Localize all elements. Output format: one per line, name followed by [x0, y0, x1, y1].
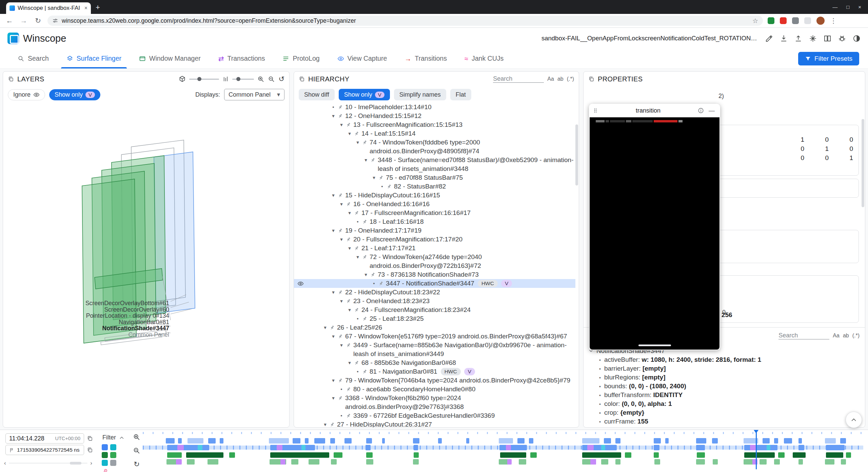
upload-trace-icon[interactable]	[794, 35, 802, 42]
pin-icon[interactable]	[353, 209, 361, 217]
browser-tab[interactable]: Winscope | sandbox-FAI ×	[6, 2, 91, 14]
pin-icon[interactable]	[377, 174, 385, 182]
hierarchy-row[interactable]: ▾15 - HideDisplayCutout:16:16#15	[294, 191, 575, 200]
trace-segment[interactable]	[798, 459, 803, 465]
profile-avatar[interactable]	[816, 17, 825, 25]
expand-chevron-icon[interactable]: ▾	[329, 191, 337, 200]
trace-segment[interactable]	[798, 438, 802, 444]
timeline-hscroll[interactable]: ‹ ›	[4, 458, 92, 468]
expand-chevron-icon[interactable]: ▾	[370, 173, 378, 182]
trace-segment[interactable]	[166, 438, 175, 444]
hierarchy-scrollbar[interactable]	[575, 104, 578, 425]
overlay-drag-handle-icon[interactable]	[592, 107, 598, 114]
tab-search[interactable]: Search	[9, 49, 58, 68]
timestamp-ns-box[interactable]: 1715339054227572545 ns	[5, 445, 84, 455]
properties-scrollbar[interactable]	[862, 105, 864, 302]
pin-icon[interactable]	[344, 236, 353, 244]
extension-icon[interactable]	[792, 17, 799, 24]
trace-segment[interactable]	[499, 445, 527, 450]
pin-icon[interactable]	[361, 368, 369, 376]
trace-segment[interactable]	[208, 438, 215, 444]
filter-presets-button[interactable]: Filter Presets	[798, 52, 859, 65]
trace-segment[interactable]	[188, 438, 203, 444]
3d-view-icon[interactable]	[179, 76, 186, 83]
trace-segment[interactable]	[826, 445, 845, 450]
layer-label[interactable]: ScreenDecorOverlay#60	[37, 307, 169, 313]
pin-icon[interactable]	[361, 139, 369, 147]
minimize-overlay-icon[interactable]: —	[709, 107, 715, 114]
copy-timestamp-icon[interactable]	[87, 435, 93, 441]
trace-toggle-icon[interactable]	[110, 452, 116, 458]
pin-icon[interactable]	[369, 271, 377, 279]
expand-chevron-icon[interactable]: ▾	[337, 235, 346, 244]
pin-icon[interactable]	[361, 253, 369, 261]
scroll-left-icon[interactable]: ‹	[4, 460, 6, 467]
trace-segment[interactable]	[840, 438, 846, 444]
trace-segment[interactable]	[744, 452, 774, 458]
zoom-in-icon[interactable]	[257, 76, 264, 83]
hierarchy-row[interactable]: •3447 - NotificationShade#3447HWCV	[294, 279, 575, 288]
pin-icon[interactable]	[336, 103, 344, 112]
paperclip-icon[interactable]	[101, 468, 110, 472]
filter-chip-show-diff[interactable]: Show diff	[299, 89, 335, 100]
pin-icon[interactable]	[336, 377, 344, 385]
trace-segment[interactable]	[582, 452, 621, 458]
cross-tool-sync-icon[interactable]	[809, 35, 817, 42]
trace-segment[interactable]	[414, 452, 419, 458]
trace-segment[interactable]	[301, 445, 306, 450]
trace-segment[interactable]	[846, 452, 851, 458]
expand-chevron-icon[interactable]: ▾	[329, 288, 337, 297]
timestamp-human-box[interactable]: 11:04:14.228 UTC+00:00	[5, 433, 84, 444]
copy-ns-icon[interactable]	[87, 447, 93, 453]
trace-segment[interactable]	[331, 459, 337, 465]
expand-chevron-icon[interactable]: ▾	[346, 209, 354, 217]
expand-chevron-icon[interactable]: ▾	[362, 156, 370, 164]
trace-segment[interactable]	[519, 459, 526, 465]
pin-icon[interactable]	[344, 341, 353, 350]
download-traces-icon[interactable]	[780, 35, 788, 42]
bookmark-star-icon[interactable]: ☆	[752, 17, 758, 25]
trace-segment[interactable]	[615, 438, 620, 444]
trace-segment[interactable]	[654, 445, 659, 450]
trace-segment[interactable]	[186, 452, 224, 458]
show-only-visible-button[interactable]: Show only V	[49, 89, 100, 100]
hierarchy-row[interactable]: ▾3448 - Surface(name=ed70f88 StatusBar)/…	[294, 156, 575, 173]
trace-segment[interactable]	[314, 438, 325, 444]
match-case-icon[interactable]: Aa	[833, 333, 840, 339]
trace-segment[interactable]	[615, 459, 620, 465]
trace-segment[interactable]	[697, 452, 705, 458]
hierarchy-row[interactable]: ▾16 - OneHanded:16:16#16	[294, 200, 575, 209]
timeline-zoom-out-icon[interactable]	[133, 447, 140, 454]
trace-segment[interactable]	[198, 445, 203, 450]
hierarchy-row[interactable]: ▾27 - HideDisplayCutout:26:31#27	[294, 420, 575, 427]
layer-label[interactable]: NavigationBar0#81	[37, 319, 169, 326]
trace-segment[interactable]	[712, 438, 718, 444]
trace-segment[interactable]	[604, 438, 611, 444]
dark-mode-toggle-icon[interactable]	[853, 35, 861, 42]
expand-chevron-icon[interactable]: ▾	[346, 306, 354, 314]
visibility-eye-icon[interactable]	[297, 280, 304, 287]
layer-label[interactable]: NotificationShade#3447	[37, 325, 169, 332]
trace-segment[interactable]	[330, 438, 335, 444]
pin-icon[interactable]	[344, 297, 353, 306]
match-case-icon[interactable]: Aa	[547, 76, 554, 82]
hierarchy-row[interactable]: •81 - NavigationBar0#81HWCV	[294, 367, 575, 376]
match-word-icon[interactable]: ab	[557, 76, 564, 82]
trace-segment[interactable]	[793, 452, 806, 458]
expand-chevron-icon[interactable]: ▾	[321, 420, 329, 427]
pin-icon[interactable]	[344, 386, 353, 394]
pin-icon[interactable]	[369, 156, 377, 164]
trace-toggle-icon[interactable]	[102, 452, 108, 458]
tab-surface-flinger[interactable]: Surface Flinger	[58, 49, 130, 68]
trace-segment[interactable]	[507, 459, 512, 465]
expand-chevron-icon[interactable]: ▾	[362, 270, 370, 279]
window-minimize-icon[interactable]: —	[832, 4, 837, 10]
regex-icon[interactable]: (.*)	[852, 333, 860, 339]
trace-segment[interactable]	[582, 438, 599, 444]
expand-chevron-icon[interactable]: ▾	[346, 244, 354, 253]
layer-label[interactable]: ScreenDecorOverlayBottom#61	[37, 300, 169, 307]
hierarchy-row[interactable]: ▾73 - 8736138 NotificationShade#73	[294, 270, 575, 279]
expand-chevron-icon[interactable]: ▾	[337, 341, 346, 350]
trace-segment[interactable]	[344, 438, 352, 444]
trace-segment[interactable]	[587, 445, 594, 450]
